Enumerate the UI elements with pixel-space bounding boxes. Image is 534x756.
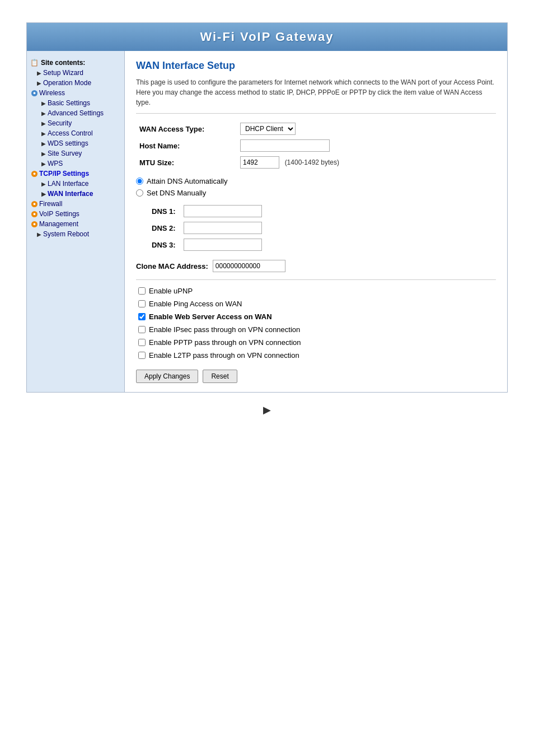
clone-mac-label: Clone MAC Address:: [136, 262, 208, 270]
mtu-size-input[interactable]: [240, 156, 279, 169]
attain-dns-row: Attain DNS Automatically: [136, 175, 496, 187]
arrow-icon: ▶: [41, 100, 46, 106]
sidebar-item-basic-settings[interactable]: ▶ Basic Settings: [27, 98, 124, 108]
set-dns-row: Set DNS Manually: [136, 187, 496, 199]
sidebar-item-lan-interface[interactable]: ▶ LAN Interface: [27, 179, 124, 189]
tcpip-circle-icon: ●: [31, 171, 38, 177]
ipsec-checkbox[interactable]: [138, 326, 146, 333]
dns3-row: DNS 3:: [148, 237, 265, 253]
description: This page is used to configure the param…: [136, 77, 496, 114]
checkbox-l2tp: Enable L2TP pass through on VPN connecti…: [136, 349, 496, 362]
ping-checkbox[interactable]: [138, 300, 146, 307]
sidebar-item-operation-mode[interactable]: ▶ Operation Mode: [27, 78, 124, 88]
checkbox-ipsec: Enable IPsec pass through on VPN connect…: [136, 323, 496, 336]
dns2-label: DNS 2:: [148, 220, 179, 236]
l2tp-label: Enable L2TP pass through on VPN connecti…: [149, 351, 299, 360]
button-row: Apply Changes Reset: [136, 370, 496, 383]
arrow-icon: ▶: [37, 80, 41, 86]
sidebar: 📋 Site contents: ▶ Setup Wizard ▶ Operat…: [27, 51, 125, 392]
pptp-label: Enable PPTP pass through on VPN connecti…: [149, 338, 301, 347]
sidebar-section-title: 📋 Site contents:: [27, 57, 124, 68]
upnp-checkbox[interactable]: [138, 287, 146, 295]
sidebar-item-wps[interactable]: ▶ WPS: [27, 158, 124, 169]
dns3-label: DNS 3:: [148, 237, 179, 253]
sidebar-item-wireless[interactable]: ● Wireless: [27, 88, 124, 98]
host-name-input[interactable]: [240, 139, 330, 152]
mtu-size-row: MTU Size: (1400-1492 bytes): [136, 154, 496, 171]
webserver-checkbox[interactable]: [138, 313, 146, 320]
page-title: WAN Interface Setup: [136, 60, 496, 72]
clone-mac-row: Clone MAC Address:: [136, 257, 496, 275]
sidebar-item-setup-wizard[interactable]: ▶ Setup Wizard: [27, 68, 124, 78]
arrow-icon: ▶: [41, 151, 46, 157]
set-dns-label: Set DNS Manually: [147, 189, 206, 197]
arrow-icon: ▶: [41, 161, 46, 167]
arrow-icon: ▶: [41, 191, 46, 197]
sidebar-item-management[interactable]: ● Management: [27, 219, 124, 229]
dns-table: DNS 1: DNS 2: DNS 3:: [147, 202, 266, 254]
wireless-circle-icon: ●: [31, 90, 38, 96]
arrow-icon: ▶: [41, 141, 46, 147]
dns1-row: DNS 1:: [148, 203, 265, 219]
sidebar-item-site-survey[interactable]: ▶ Site Survey: [27, 148, 124, 158]
reset-button[interactable]: Reset: [203, 370, 237, 383]
dns2-row: DNS 2:: [148, 220, 265, 236]
arrow-icon: ▶: [37, 70, 41, 76]
attain-dns-radio[interactable]: [136, 178, 143, 185]
mtu-size-label: MTU Size:: [136, 154, 237, 171]
mgmt-circle-icon: ●: [31, 221, 38, 227]
header-bar: Wi-Fi VoIP Gateway: [27, 23, 507, 51]
page-header-title: Wi-Fi VoIP Gateway: [38, 30, 496, 44]
sidebar-item-advanced-settings[interactable]: ▶ Advanced Settings: [27, 108, 124, 118]
voip-circle-icon: ●: [31, 211, 38, 217]
dns1-label: DNS 1:: [148, 203, 179, 219]
checkbox-ping: Enable Ping Access on WAN: [136, 297, 496, 310]
clone-mac-input[interactable]: [213, 260, 285, 272]
wan-access-type-label: WAN Access Type:: [136, 120, 237, 137]
arrow-icon: ▶: [41, 110, 46, 116]
sidebar-item-wds-settings[interactable]: ▶ WDS settings: [27, 138, 124, 148]
checkbox-pptp: Enable PPTP pass through on VPN connecti…: [136, 336, 496, 349]
arrow-icon: ▶: [41, 120, 46, 127]
webserver-label: Enable Web Server Access on WAN: [149, 312, 272, 321]
sidebar-item-access-control[interactable]: ▶ Access Control: [27, 128, 124, 138]
footer-arrow: ▶: [263, 404, 271, 416]
sidebar-item-voip-settings[interactable]: ● VoIP Settings: [27, 209, 124, 219]
checkbox-web-server: Enable Web Server Access on WAN: [136, 310, 496, 323]
apply-changes-button[interactable]: Apply Changes: [136, 370, 198, 383]
firewall-circle-icon: ●: [31, 201, 38, 207]
sidebar-item-security[interactable]: ▶ Security: [27, 118, 124, 128]
host-name-label: Host Name:: [136, 137, 237, 154]
set-dns-radio[interactable]: [136, 189, 143, 197]
dns1-input[interactable]: [184, 205, 262, 217]
dns3-input[interactable]: [184, 239, 262, 251]
upnp-label: Enable uPNP: [149, 287, 193, 295]
mtu-hint: (1400-1492 bytes): [285, 158, 339, 166]
wan-access-type-select[interactable]: DHCP Client Static IP PPPoE PPTP: [240, 123, 296, 135]
checkbox-upnp: Enable uPNP: [136, 284, 496, 297]
ipsec-label: Enable IPsec pass through on VPN connect…: [149, 325, 300, 334]
wan-access-type-row: WAN Access Type: DHCP Client Static IP P…: [136, 120, 496, 137]
l2tp-checkbox[interactable]: [138, 352, 146, 359]
folder-icon: 📋: [30, 59, 39, 67]
arrow-icon: ▶: [37, 231, 41, 237]
arrow-icon: ▶: [41, 130, 46, 137]
form-table: WAN Access Type: DHCP Client Static IP P…: [136, 120, 496, 171]
footer-arrow-area: ▶: [11, 393, 523, 422]
divider: [136, 279, 496, 280]
ping-label: Enable Ping Access on WAN: [149, 300, 242, 308]
arrow-icon: ▶: [41, 181, 46, 187]
dns2-input[interactable]: [184, 222, 262, 234]
pptp-checkbox[interactable]: [138, 339, 146, 346]
dns-section: Attain DNS Automatically Set DNS Manuall…: [136, 175, 496, 199]
sidebar-item-system-reboot[interactable]: ▶ System Reboot: [27, 229, 124, 239]
sidebar-item-tcpip-settings[interactable]: ● TCP/IP Settings: [27, 169, 124, 179]
sidebar-item-wan-interface[interactable]: ▶ WAN Interface: [27, 189, 124, 199]
attain-dns-label: Attain DNS Automatically: [147, 177, 228, 185]
sidebar-item-firewall[interactable]: ● Firewall: [27, 199, 124, 209]
host-name-row: Host Name:: [136, 137, 496, 154]
main-content: WAN Interface Setup This page is used to…: [125, 51, 507, 392]
